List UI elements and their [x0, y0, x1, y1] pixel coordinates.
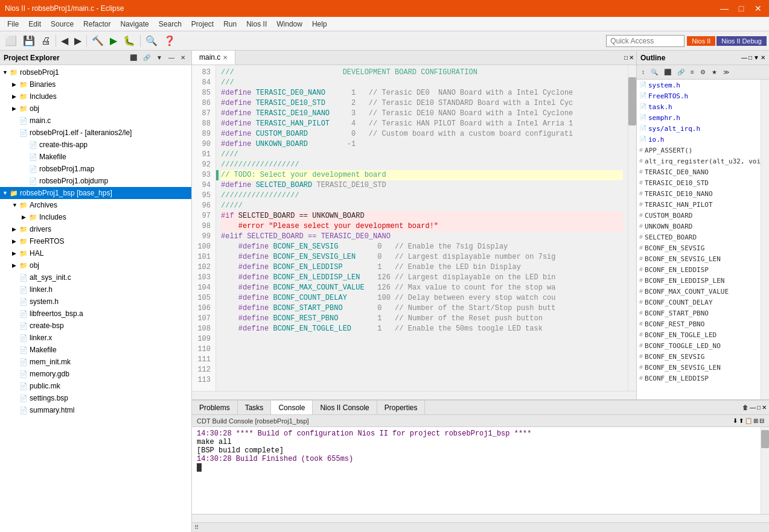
minimize-button[interactable]: — [718, 4, 730, 13]
outline-close-button[interactable]: ✕ [761, 54, 765, 61]
outline-item[interactable]: 📄semphr.h [637, 112, 761, 123]
pe-minimize-button[interactable]: — [166, 52, 177, 63]
outline-item[interactable]: #BCONF_EN_TOGLE_LED [637, 329, 761, 340]
console-btn-5[interactable]: ⊟ [759, 417, 764, 424]
tree-item[interactable]: 📄create-this-app [0, 139, 191, 151]
outline-scrollbar[interactable] [761, 80, 769, 399]
tree-item[interactable]: ▶📁Includes [0, 211, 191, 223]
tab-close-icon[interactable]: ✕ [223, 54, 228, 61]
menu-help[interactable]: Help [307, 19, 332, 30]
outline-item[interactable]: 📄system.h [637, 80, 761, 90]
tab-nios-console[interactable]: Nios II Console [313, 401, 377, 414]
tree-item[interactable]: 📄alt_sys_init.c [0, 271, 191, 283]
tree-item[interactable]: 📄memory.gdb [0, 368, 191, 380]
tree-item[interactable]: 📄create-bsp [0, 320, 191, 332]
print-button[interactable]: 🖨 [39, 33, 53, 49]
outline-item[interactable]: #TERASIC_DE0_NANO [637, 166, 761, 177]
editor-close-button[interactable]: ✕ [629, 54, 634, 61]
outline-item[interactable]: #TERASIC_DE10_STD [637, 177, 761, 188]
menu-edit[interactable]: Edit [24, 19, 46, 30]
build-button[interactable]: 🔨 [89, 33, 106, 49]
tree-item[interactable]: ▶📁obj [0, 259, 191, 271]
tree-item[interactable]: ▼📁robsebProj1_bsp [base_hps] [0, 187, 191, 199]
tab-console[interactable]: Console [271, 401, 313, 414]
outline-item[interactable]: #BCONF_START_PBNO [637, 308, 761, 318]
outline-minimize-button[interactable]: — [741, 54, 747, 61]
code-content[interactable]: /// DEVELOPMENT BOARD CONFIGURATION///#d… [216, 65, 628, 391]
menu-search[interactable]: Search [154, 19, 187, 30]
tree-item[interactable]: ▶📁obj [0, 103, 191, 115]
debug-button[interactable]: 🐛 [121, 33, 138, 49]
editor-tab-main-c[interactable]: main.c ✕ [192, 51, 235, 65]
back-button[interactable]: ◀ [59, 33, 71, 49]
menu-navigate[interactable]: Navigate [115, 19, 153, 30]
outline-item[interactable]: #BCONF_EN_SEVSIG [637, 242, 761, 253]
console-btn-4[interactable]: ⊞ [753, 417, 758, 424]
pe-collapse-button[interactable]: ⬛ [127, 52, 139, 63]
console-horizontal-scrollbar[interactable] [192, 514, 769, 522]
tree-item[interactable]: ▶📁Includes [0, 90, 191, 103]
outline-settings-button[interactable]: ⚙ [698, 67, 708, 78]
tab-tasks[interactable]: Tasks [238, 401, 272, 414]
outline-item[interactable]: #BCONF_EN_SEVSIG_LEN [637, 362, 761, 373]
outline-item[interactable]: #BCONF_EN_LEDDISP [637, 373, 761, 384]
editor-vertical-scrollbar[interactable] [628, 65, 636, 391]
tree-item[interactable]: 📄linker.h [0, 283, 191, 296]
tree-item[interactable]: 📄linker.x [0, 332, 191, 344]
menu-window[interactable]: Window [272, 19, 307, 30]
menu-run[interactable]: Run [219, 19, 241, 30]
console-btn-3[interactable]: 📋 [745, 417, 752, 424]
outline-item[interactable]: #TERASIC_HAN_PILOT [637, 199, 761, 210]
new-button[interactable]: ⬜ [2, 33, 19, 49]
console-close-button[interactable]: ✕ [762, 404, 767, 411]
outline-item[interactable]: #BCONF_EN_LEDDISP [637, 264, 761, 275]
tree-item[interactable]: 📄Makefile [0, 151, 191, 163]
search-tb-button[interactable]: 🔍 [143, 33, 160, 49]
nios2-debug-button[interactable]: Nios II Debug [716, 36, 767, 46]
tree-item[interactable]: ▼📁robsebProj1 [0, 66, 191, 78]
tree-item[interactable]: ▼📁Archives [0, 199, 191, 211]
outline-item[interactable]: #BCONF_MAX_COUNT_VALUE [637, 286, 761, 297]
run-button[interactable]: ▶ [107, 33, 120, 49]
pe-menu-button[interactable]: ▼ [154, 52, 165, 63]
outline-item[interactable]: 📄task.h [637, 101, 761, 112]
tree-item[interactable]: ▶📁HAL [0, 247, 191, 259]
console-clear-button[interactable]: 🗑 [742, 404, 748, 411]
tree-item[interactable]: 📄robsebProj1.objdump [0, 175, 191, 187]
outline-item[interactable]: #UNKOWN_BOARD [637, 221, 761, 232]
outline-item[interactable]: #BCONF_REST_PBNO [637, 318, 761, 329]
outline-item[interactable]: #BCONF_EN_LEDDISP_LEN [637, 275, 761, 286]
tree-item[interactable]: 📄libfreertos_bsp.a [0, 308, 191, 320]
tree-item[interactable]: 📄Makefile [0, 344, 191, 356]
outline-filter-button[interactable]: 🔍 [648, 67, 660, 78]
tree-item[interactable]: 📄robsebProj1.map [0, 163, 191, 175]
outline-collapse-button[interactable]: ⬛ [662, 67, 674, 78]
tab-properties[interactable]: Properties [377, 401, 426, 414]
tree-item[interactable]: 📄summary.html [0, 404, 191, 416]
outline-item[interactable]: #CUSTOM_BOARD [637, 210, 761, 221]
outline-item[interactable]: 📄FreeRTOS.h [637, 90, 761, 101]
tree-item[interactable]: 📄system.h [0, 296, 191, 308]
tree-item[interactable]: 📄robsebProj1.elf - [alteranios2/le] [0, 127, 191, 139]
console-btn-1[interactable]: ⬇ [733, 417, 738, 424]
tree-item[interactable]: 📄mem_init.mk [0, 356, 191, 368]
outline-item[interactable]: #BCONF_EN_SEVSIG_LEN [637, 253, 761, 264]
console-scroll-thumb[interactable] [761, 430, 769, 448]
outline-item[interactable]: #APP_ASSERT() [637, 145, 761, 156]
outline-item[interactable]: #BCONF_EN_SEVSIG [637, 351, 761, 362]
help-tb-button[interactable]: ❓ [161, 33, 178, 49]
pe-link-button[interactable]: 🔗 [141, 52, 153, 63]
outline-item[interactable]: 📄sys/alt_irq.h [637, 123, 761, 134]
console-minimize-button[interactable]: — [750, 404, 756, 411]
outline-sort-button[interactable]: ↕ [639, 67, 647, 78]
menu-nios[interactable]: Nios II [241, 19, 272, 30]
outline-item[interactable]: #SELCTED_BOARD [637, 232, 761, 242]
menu-project[interactable]: Project [187, 19, 219, 30]
tree-item[interactable]: ▶📁Binaries [0, 78, 191, 90]
console-maximize-button[interactable]: □ [757, 404, 761, 411]
nios2-button[interactable]: Nios II [687, 36, 715, 46]
outline-more-button[interactable]: ≫ [721, 67, 732, 78]
scroll-thumb[interactable] [628, 77, 636, 125]
tree-item[interactable]: ▶📁FreeRTOS [0, 235, 191, 247]
editor-maximize-button[interactable]: □ [624, 54, 628, 61]
